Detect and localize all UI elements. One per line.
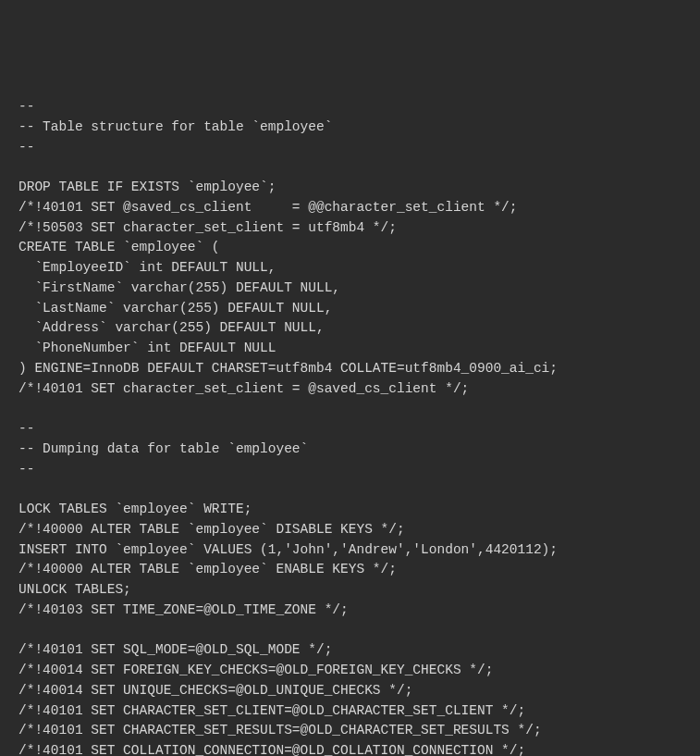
sql-dump-code: -- -- Table structure for table `employe… [18,97,682,756]
